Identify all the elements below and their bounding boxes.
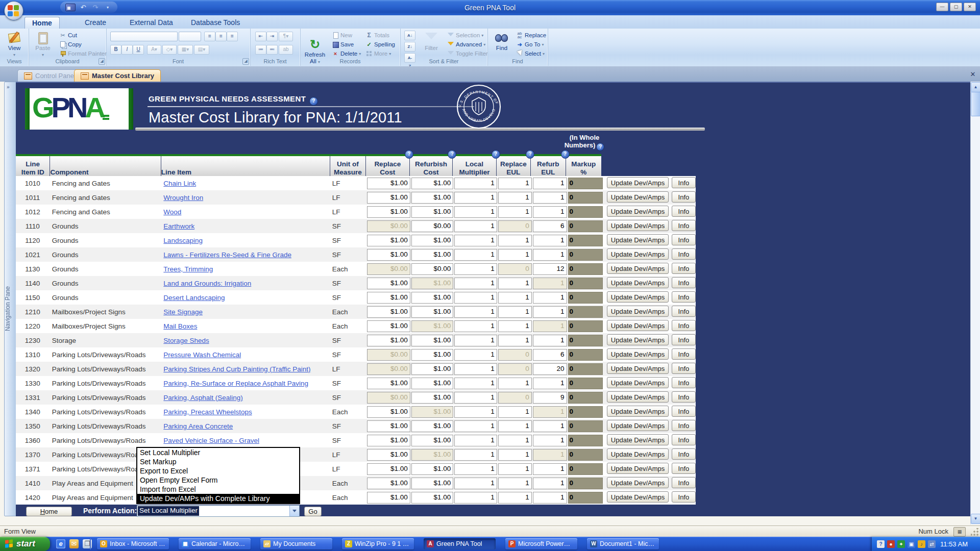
refurb-eul-input[interactable]: 6 <box>533 220 567 232</box>
replace-eul-input[interactable]: 1 <box>498 235 532 246</box>
info-button[interactable]: Info <box>672 177 696 188</box>
info-button[interactable]: Info <box>672 277 696 288</box>
line-item-link[interactable]: Parking, Precast Wheelstops <box>163 408 252 416</box>
help-icon[interactable]: ? <box>405 150 413 159</box>
replace-cost-input[interactable]: $1.00 <box>367 192 410 204</box>
line-item-link[interactable]: Lawns - Fertilizers Re-Seed & Fine Grade <box>163 251 291 259</box>
clipboard-dialog-launcher[interactable]: ◢ <box>99 58 105 65</box>
action-menu-item[interactable]: Update Dev/AMPs with Complete Library <box>137 494 299 503</box>
font-dialog-launcher[interactable]: ◢ <box>242 58 249 65</box>
update-dev-amps-button[interactable]: Update Dev/Amps <box>607 306 669 317</box>
markup-input[interactable]: 0 <box>568 392 603 404</box>
cut-button[interactable]: Cut <box>59 31 77 40</box>
refurb-eul-input[interactable]: 1 <box>533 206 567 218</box>
perform-action-combo[interactable]: Set Local Multiplier <box>137 505 300 517</box>
line-item-link[interactable]: Earthwork <box>163 222 194 230</box>
update-dev-amps-button[interactable]: Update Dev/Amps <box>607 391 669 403</box>
action-menu-item[interactable]: Open Empty Excel Form <box>137 475 299 485</box>
text-highlight-button[interactable]: ab <box>279 45 293 55</box>
dropdown-arrow-icon[interactable] <box>289 506 299 516</box>
markup-input[interactable]: 0 <box>568 420 603 432</box>
replace-eul-input[interactable]: 1 <box>498 463 532 475</box>
font-size-combo[interactable] <box>179 32 201 41</box>
numbered-list-button[interactable]: ≔ <box>255 45 266 55</box>
local-multiplier-input[interactable]: 1 <box>454 292 497 304</box>
info-button[interactable]: Info <box>672 291 696 303</box>
update-dev-amps-button[interactable]: Update Dev/Amps <box>607 334 669 345</box>
tray-icon[interactable]: ● <box>887 540 895 548</box>
line-item-link[interactable]: Parking Area Concrete <box>163 422 233 430</box>
replace-eul-input[interactable]: 1 <box>498 192 532 204</box>
markup-input[interactable]: 0 <box>568 278 603 289</box>
update-dev-amps-button[interactable]: Update Dev/Amps <box>607 406 669 417</box>
home-button[interactable]: Home <box>26 507 72 516</box>
replace-cost-input[interactable]: $1.00 <box>367 378 410 389</box>
replace-cost-input[interactable]: $1.00 <box>367 320 410 332</box>
replace-cost-input[interactable]: $1.00 <box>367 463 410 475</box>
refurb-eul-input[interactable]: 1 <box>533 320 567 332</box>
update-dev-amps-button[interactable]: Update Dev/Amps <box>607 263 669 274</box>
tab-database-tools[interactable]: Database Tools <box>184 17 247 29</box>
local-multiplier-input[interactable]: 1 <box>454 320 497 332</box>
underline-button[interactable]: U <box>133 45 144 55</box>
markup-input[interactable]: 0 <box>568 449 603 461</box>
markup-input[interactable]: 0 <box>568 178 603 189</box>
refurbish-cost-input[interactable]: $1.00 <box>411 378 454 389</box>
help-icon[interactable]: ? <box>596 143 604 151</box>
markup-input[interactable]: 0 <box>568 320 603 332</box>
tab-home[interactable]: Home <box>24 17 60 29</box>
refurb-eul-input[interactable]: 1 <box>533 449 567 461</box>
refurbish-cost-input[interactable]: $1.00 <box>411 420 454 432</box>
refurbish-cost-input[interactable]: $1.00 <box>411 206 454 218</box>
refurbish-cost-input[interactable]: $1.00 <box>411 449 454 461</box>
replace-cost-input[interactable]: $1.00 <box>367 420 410 432</box>
refurbish-cost-input[interactable]: $1.00 <box>411 406 454 418</box>
decrease-indent-button[interactable]: ⇤ <box>255 32 266 41</box>
start-button[interactable]: start <box>0 537 50 551</box>
help-icon[interactable]: ? <box>492 150 500 159</box>
replace-eul-input[interactable]: 0 <box>498 349 532 361</box>
info-button[interactable]: Info <box>672 206 696 217</box>
refurb-eul-input[interactable]: 1 <box>533 420 567 432</box>
line-item-link[interactable]: Trees, Trimming <box>163 265 213 273</box>
refurbish-cost-input[interactable]: $1.00 <box>411 178 454 189</box>
markup-input[interactable]: 0 <box>568 306 603 318</box>
update-dev-amps-button[interactable]: Update Dev/Amps <box>607 206 669 217</box>
local-multiplier-input[interactable]: 1 <box>454 363 497 375</box>
update-dev-amps-button[interactable]: Update Dev/Amps <box>607 477 669 488</box>
refurbish-cost-input[interactable]: $1.00 <box>411 278 454 289</box>
refurb-eul-input[interactable]: 1 <box>533 192 567 204</box>
goto-button[interactable]: ➜Go To ▾ <box>516 40 544 49</box>
alt-fill-button[interactable]: ▤▾ <box>194 45 209 55</box>
local-multiplier-input[interactable]: 1 <box>454 220 497 232</box>
refurb-eul-input[interactable]: 12 <box>533 263 567 275</box>
replace-cost-input[interactable]: $0.00 <box>367 220 410 232</box>
markup-input[interactable]: 0 <box>568 335 603 346</box>
markup-input[interactable]: 0 <box>568 378 603 389</box>
replace-cost-input[interactable]: $1.00 <box>367 178 410 189</box>
refurb-eul-input[interactable]: 1 <box>533 235 567 246</box>
replace-eul-input[interactable]: 1 <box>498 492 532 504</box>
update-dev-amps-button[interactable]: Update Dev/Amps <box>607 420 669 431</box>
replace-eul-input[interactable]: 0 <box>498 220 532 232</box>
doc-tab-master-cost-library[interactable]: Master Cost Library <box>74 69 161 82</box>
replace-button[interactable]: abacReplace <box>516 31 546 40</box>
markup-input[interactable]: 0 <box>568 263 603 275</box>
vertical-scrollbar[interactable]: ▲ ▼ <box>970 82 980 524</box>
refurb-eul-input[interactable]: 1 <box>533 306 567 318</box>
sort-descending-button[interactable]: Z↓A <box>404 42 415 52</box>
maximize-button[interactable]: ▢ <box>950 3 962 11</box>
copy-button[interactable]: Copy <box>59 40 82 49</box>
markup-input[interactable]: 0 <box>568 349 603 361</box>
replace-cost-input[interactable]: $1.00 <box>367 249 410 261</box>
bullet-list-button[interactable]: ≕ <box>266 45 278 55</box>
replace-cost-input[interactable]: $1.00 <box>367 492 410 504</box>
doc-tab-control-panel[interactable]: Control Panel <box>17 69 82 82</box>
update-dev-amps-button[interactable]: Update Dev/Amps <box>607 291 669 303</box>
fill-color-button[interactable]: ◇▾ <box>162 45 177 55</box>
replace-eul-input[interactable]: 0 <box>498 263 532 275</box>
replace-eul-input[interactable]: 1 <box>498 406 532 418</box>
line-item-link[interactable]: Desert Landscaping <box>163 294 225 302</box>
line-item-link[interactable]: Chain Link <box>163 180 196 187</box>
info-button[interactable]: Info <box>672 263 696 274</box>
